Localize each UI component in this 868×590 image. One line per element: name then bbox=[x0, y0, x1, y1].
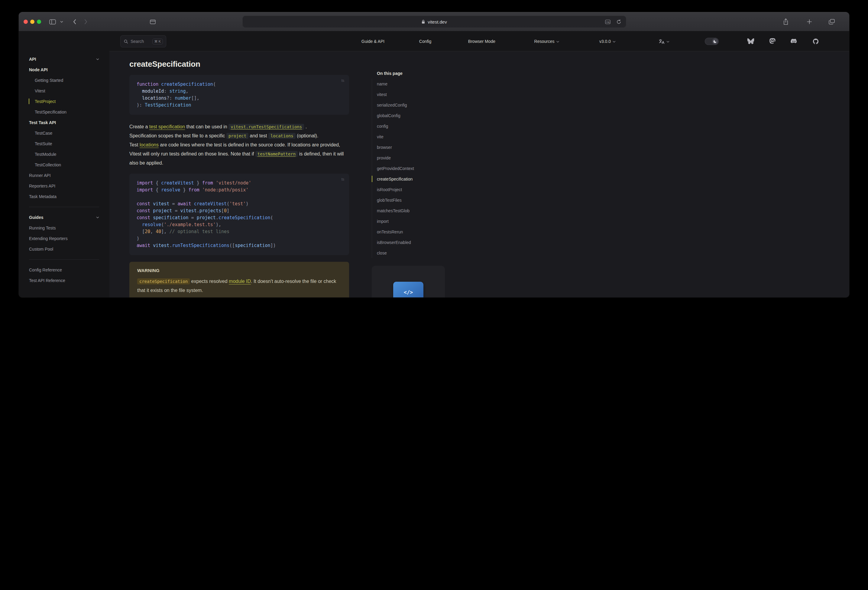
zoom-window-button[interactable] bbox=[37, 20, 41, 24]
toc-item-config[interactable]: config bbox=[372, 121, 445, 131]
sidebar-item-label: Guides bbox=[29, 215, 43, 220]
sidebar-item-testproject[interactable]: TestProject bbox=[19, 96, 109, 107]
nav-link-label: Guide & API bbox=[362, 39, 384, 44]
toc-item-globalconfig[interactable]: globalConfig bbox=[372, 110, 445, 121]
sidebar-item-label: Runner API bbox=[29, 173, 51, 178]
toc-item-import[interactable]: import bbox=[372, 216, 445, 227]
sidebar-item-label: Custom Pool bbox=[29, 247, 53, 252]
sidebar-item-label: Task Metadata bbox=[29, 194, 56, 199]
sidebar-item-guides[interactable]: Guides bbox=[19, 212, 109, 222]
sidebar-item-label: TestProject bbox=[35, 99, 56, 104]
toc-item-isbrowserenabled[interactable]: isBrowserEnabled bbox=[372, 237, 445, 247]
sidebar-item-runner-api[interactable]: Runner API bbox=[19, 170, 109, 181]
minimize-window-button[interactable] bbox=[30, 20, 34, 24]
toc-item-close[interactable]: close bbox=[372, 247, 445, 258]
code-scanner-image: </> bbox=[393, 282, 424, 298]
toc-item-createspecification[interactable]: createSpecification bbox=[372, 174, 445, 184]
toc-aside: On this page namevitestserializedConfigg… bbox=[372, 68, 445, 258]
nav-link-config[interactable]: Config bbox=[419, 31, 431, 51]
nav-link-label: v3.0.0 bbox=[599, 39, 611, 44]
sidebar-item-api[interactable]: API bbox=[19, 54, 109, 64]
toc-item-browser[interactable]: browser bbox=[372, 142, 445, 153]
toc-item-serializedconfig[interactable]: serializedConfig bbox=[372, 100, 445, 110]
sidebar-item-extending-reporters[interactable]: Extending Reporters bbox=[19, 233, 109, 244]
nav-link-resources[interactable]: Resources bbox=[534, 31, 559, 51]
sidebar-item-testsuite[interactable]: TestSuite bbox=[19, 138, 109, 149]
sidebar-item-label: API bbox=[29, 57, 36, 62]
toc-item-provide[interactable]: provide bbox=[372, 153, 445, 163]
sidebar-item-config-reference[interactable]: Config Reference bbox=[19, 265, 109, 275]
tab-overview-icon[interactable] bbox=[828, 12, 836, 31]
inline-code-vitest-runtestspecifications[interactable]: vitest.runTestSpecifications bbox=[229, 124, 304, 130]
sidebar-item-vitest[interactable]: Vitest bbox=[19, 85, 109, 96]
inline-code-testnamepattern[interactable]: testNamePattern bbox=[255, 151, 298, 157]
inline-link-module-id[interactable]: module ID bbox=[229, 279, 251, 284]
sidebar-item-custom-pool[interactable]: Custom Pool bbox=[19, 244, 109, 254]
inline-code-locations: locations bbox=[269, 133, 295, 139]
inline-link-locations[interactable]: locations bbox=[140, 142, 159, 147]
sidebar-item-task-metadata[interactable]: Task Metadata bbox=[19, 191, 109, 202]
url-text: vitest.dev bbox=[428, 19, 447, 25]
chevron-down-icon bbox=[96, 216, 99, 219]
sidebar-item-running-tests[interactable]: Running Tests bbox=[19, 222, 109, 233]
toc-item-vite[interactable]: vite bbox=[372, 131, 445, 142]
sidebar-item-testspecification[interactable]: TestSpecification bbox=[19, 107, 109, 117]
sidebar-item-testcollection[interactable]: TestCollection bbox=[19, 159, 109, 170]
nav-link-label: Resources bbox=[534, 39, 555, 44]
toc-item-getprovidedcontext[interactable]: getProvidedContext bbox=[372, 163, 445, 174]
sidebar-item-label: Vitest bbox=[35, 88, 45, 93]
translate-icon[interactable]: Aa bbox=[605, 16, 611, 28]
sidebar-item-reporters-api[interactable]: Reporters API bbox=[19, 181, 109, 191]
sidebar-divider bbox=[19, 202, 109, 212]
sidebar-item-label: TestCase bbox=[35, 131, 52, 135]
moon-icon bbox=[712, 38, 718, 44]
lock-icon bbox=[422, 20, 425, 24]
new-tab-icon[interactable] bbox=[805, 12, 813, 31]
mastodon-icon[interactable] bbox=[769, 31, 776, 51]
search-shortcut: ⌘ K bbox=[152, 39, 163, 44]
browser-toolbar: vitest.dev Aa bbox=[19, 12, 849, 31]
aside-promo-card[interactable]: </> bbox=[372, 266, 445, 297]
sidebar-item-label: Test API Reference bbox=[29, 278, 65, 283]
sidebar-item-test-api-reference[interactable]: Test API Reference bbox=[19, 275, 109, 285]
reload-icon[interactable] bbox=[616, 16, 621, 28]
browser-window: vitest.dev Aa Vitest Search ⌘ K Guide & … bbox=[19, 12, 849, 297]
toc-item-name[interactable]: name bbox=[372, 78, 445, 89]
warning-callout: WARNING createSpecification expects reso… bbox=[129, 262, 349, 297]
svg-text:Aa: Aa bbox=[606, 21, 609, 24]
sidebar-item-test-task-api[interactable]: Test Task API bbox=[19, 117, 109, 128]
toolbar-chevron-down-icon[interactable] bbox=[59, 12, 65, 31]
page-layout-icon[interactable] bbox=[148, 12, 157, 31]
forward-icon[interactable] bbox=[81, 12, 90, 31]
github-icon[interactable] bbox=[812, 31, 819, 51]
dark-mode-switch[interactable] bbox=[705, 38, 719, 45]
toc-item-isrootproject[interactable]: isRootProject bbox=[372, 184, 445, 195]
sidebar-item-label: TestSpecification bbox=[35, 110, 66, 115]
sidebar-item-label: Reporters API bbox=[29, 184, 55, 188]
share-icon[interactable] bbox=[782, 12, 790, 31]
discord-icon[interactable] bbox=[791, 31, 797, 51]
toc-title: On this page bbox=[372, 68, 445, 78]
sidebar-toggle-icon[interactable] bbox=[48, 12, 58, 31]
bluesky-icon[interactable] bbox=[747, 31, 754, 51]
sidebar-item-node-api[interactable]: Node API bbox=[19, 64, 109, 75]
toc-item-matchestestglob[interactable]: matchesTestGlob bbox=[372, 205, 445, 216]
toc-item-ontestsrerun[interactable]: onTestsRerun bbox=[372, 227, 445, 237]
sidebar-item-label: Test Task API bbox=[29, 120, 56, 125]
inline-link-test-specification[interactable]: test specification bbox=[149, 124, 185, 129]
close-window-button[interactable] bbox=[24, 20, 28, 24]
theme-toggle[interactable] bbox=[705, 31, 719, 51]
sidebar-item-label: TestCollection bbox=[35, 162, 61, 167]
language-menu[interactable] bbox=[658, 31, 669, 51]
search-input[interactable]: Search ⌘ K bbox=[120, 35, 166, 47]
sidebar-item-getting-started[interactable]: Getting Started bbox=[19, 75, 109, 85]
address-bar[interactable]: vitest.dev Aa bbox=[242, 16, 626, 28]
nav-link-browser-mode[interactable]: Browser Mode bbox=[468, 31, 495, 51]
sidebar-item-testmodule[interactable]: TestModule bbox=[19, 149, 109, 159]
toc-item-vitest[interactable]: vitest bbox=[372, 89, 445, 100]
sidebar-item-testcase[interactable]: TestCase bbox=[19, 128, 109, 138]
toc-item-globtestfiles[interactable]: globTestFiles bbox=[372, 195, 445, 205]
nav-link-guide-api[interactable]: Guide & API bbox=[362, 31, 384, 51]
back-icon[interactable] bbox=[70, 12, 78, 31]
nav-link-v3-0-0[interactable]: v3.0.0 bbox=[599, 31, 616, 51]
